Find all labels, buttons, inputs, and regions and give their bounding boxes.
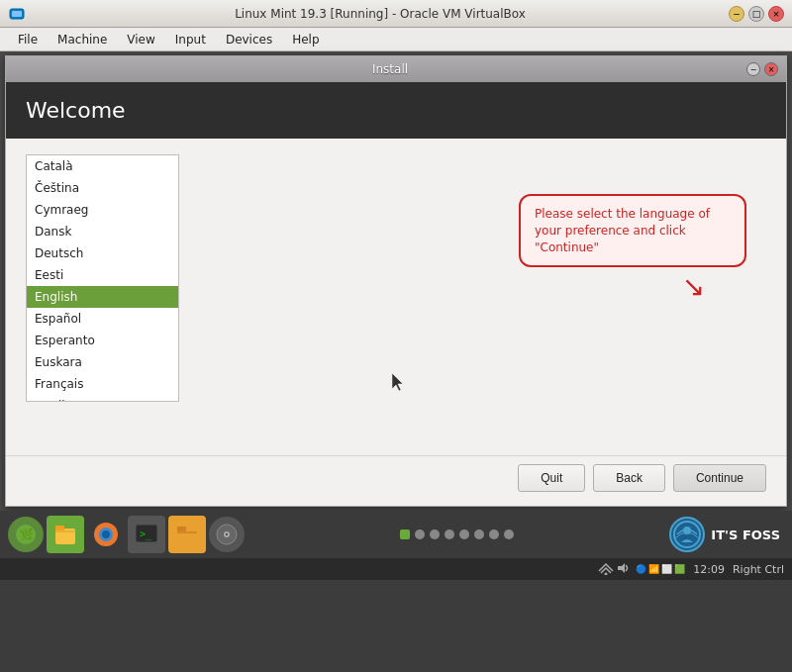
- install-titlebar: Install − ×: [6, 56, 786, 82]
- menu-input[interactable]: Input: [165, 31, 216, 48]
- svg-marker-19: [618, 563, 625, 573]
- svg-text:🌿: 🌿: [19, 527, 34, 541]
- clock: 12:09: [693, 563, 725, 576]
- language-item[interactable]: Cymraeg: [27, 199, 178, 221]
- language-item[interactable]: Esperanto: [27, 330, 178, 351]
- itsfoss-logo: [669, 517, 705, 552]
- itsfoss-label: IT'S FOSS: [711, 528, 780, 542]
- itsfoss-brand: IT'S FOSS: [669, 517, 780, 552]
- pagination-dot-6: [489, 529, 499, 539]
- svg-rect-12: [177, 527, 186, 531]
- vbox-app-icon: [8, 5, 26, 23]
- install-button-bar: Quit Back Continue: [6, 455, 786, 506]
- svg-point-8: [102, 530, 110, 538]
- svg-rect-4: [55, 528, 75, 544]
- svg-text:>_: >_: [140, 528, 152, 540]
- continue-button[interactable]: Continue: [673, 464, 766, 492]
- media-player-icon[interactable]: [209, 517, 245, 552]
- callout-text: Please select the language of your prefe…: [535, 207, 710, 254]
- callout-arrow: ↘: [682, 273, 705, 301]
- file-manager-icon[interactable]: [47, 516, 84, 553]
- vbox-window-title: Linux Mint 19.3 [Running] - Oracle VM Vi…: [32, 7, 729, 21]
- pagination-dot-0: [400, 529, 410, 539]
- svg-point-15: [226, 533, 228, 535]
- language-item[interactable]: Euskara: [27, 351, 178, 373]
- quit-button[interactable]: Quit: [518, 464, 585, 492]
- system-tray: 🔵 📶 ⬜ 🟩: [636, 564, 685, 574]
- pagination-dot-5: [474, 529, 484, 539]
- welcome-title: Welcome: [26, 98, 766, 123]
- language-list[interactable]: CatalàČeštinaCymraegDanskDeutschEestiEng…: [26, 154, 179, 402]
- install-window: Install − × Welcome CatalàČeštinaCymraeg…: [5, 55, 787, 507]
- install-close-button[interactable]: ×: [764, 62, 778, 76]
- language-item[interactable]: Català: [27, 155, 178, 177]
- volume-icon: [617, 561, 633, 577]
- install-window-title: Install: [34, 62, 746, 76]
- menu-file[interactable]: File: [8, 31, 48, 48]
- language-item[interactable]: Eesti: [27, 264, 178, 286]
- statusbar-system-icons: 🔵 📶 ⬜ 🟩: [598, 561, 685, 577]
- install-minimize-button[interactable]: −: [746, 62, 760, 76]
- language-callout: Please select the language of your prefe…: [519, 194, 746, 267]
- vbox-titlebar: Linux Mint 19.3 [Running] - Oracle VM Vi…: [0, 0, 792, 28]
- install-content: CatalàČeštinaCymraegDanskDeutschEestiEng…: [6, 139, 786, 455]
- svg-point-18: [605, 573, 608, 576]
- svg-rect-1: [12, 11, 22, 17]
- language-item[interactable]: English: [27, 286, 178, 308]
- language-item[interactable]: Dansk: [27, 221, 178, 242]
- language-item[interactable]: Čeština: [27, 177, 178, 199]
- vbox-minimize-button[interactable]: −: [729, 6, 744, 22]
- pagination-dot-2: [430, 529, 440, 539]
- vbox-window-buttons: − □ ×: [729, 6, 784, 22]
- pagination-dot-7: [504, 529, 514, 539]
- right-ctrl-label: Right Ctrl: [733, 563, 784, 576]
- firefox-icon[interactable]: [87, 516, 125, 553]
- mint-logo-icon[interactable]: 🌿: [8, 517, 44, 552]
- language-item[interactable]: Gaeilge: [27, 395, 178, 402]
- menu-help[interactable]: Help: [282, 31, 329, 48]
- network-icon: [598, 561, 614, 577]
- taskbar-app-icons: 🌿 >_: [8, 516, 245, 553]
- files-icon[interactable]: [168, 516, 206, 553]
- language-item[interactable]: Deutsch: [27, 242, 178, 264]
- menu-devices[interactable]: Devices: [216, 31, 282, 48]
- statusbar: 🔵 📶 ⬜ 🟩 12:09 Right Ctrl: [0, 558, 792, 580]
- back-button[interactable]: Back: [593, 464, 665, 492]
- pagination-dot-1: [415, 529, 425, 539]
- terminal-icon[interactable]: >_: [128, 516, 165, 553]
- pagination-dots: [248, 529, 665, 539]
- vbox-restore-button[interactable]: □: [748, 6, 764, 22]
- install-window-buttons: − ×: [746, 62, 778, 76]
- language-item[interactable]: Español: [27, 308, 178, 330]
- menu-view[interactable]: View: [117, 31, 164, 48]
- menu-machine[interactable]: Machine: [48, 31, 117, 48]
- vbox-menubar: File Machine View Input Devices Help: [0, 28, 792, 51]
- vbox-close-button[interactable]: ×: [768, 6, 784, 22]
- svg-rect-11: [177, 529, 197, 543]
- svg-rect-5: [55, 526, 64, 530]
- pagination-dot-3: [445, 529, 454, 539]
- language-item[interactable]: Français: [27, 373, 178, 395]
- pagination-dot-4: [459, 529, 469, 539]
- taskbar: 🌿 >_: [0, 511, 792, 558]
- welcome-header: Welcome: [6, 82, 786, 139]
- vm-display: Install − × Welcome CatalàČeštinaCymraeg…: [0, 51, 792, 511]
